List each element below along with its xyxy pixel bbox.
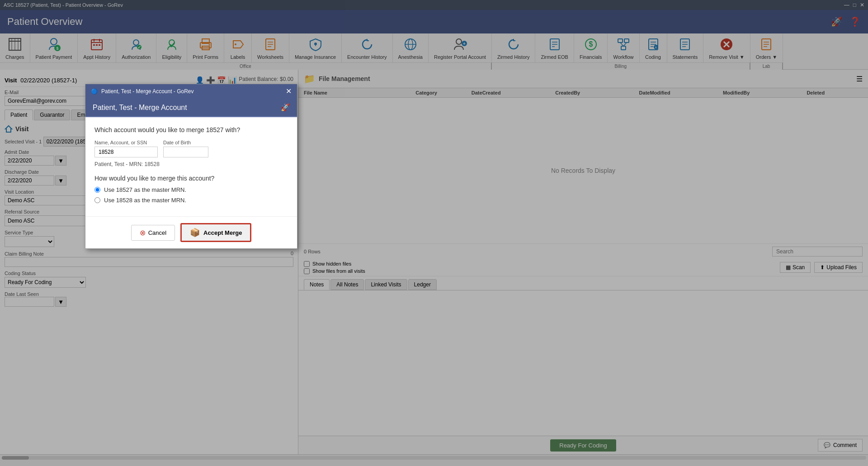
modal-search-fields: Name, Account, or SSN Date of Birth — [94, 140, 288, 157]
modal-footer: ⊗ Cancel 📦 Accept Merge — [85, 216, 297, 248]
modal-question2: How would you like to merge this account… — [94, 175, 288, 182]
modal-header: Patient, Test - Merge Account 🚀 — [85, 99, 297, 117]
radio-master2[interactable] — [94, 197, 100, 203]
cancel-label: Cancel — [148, 229, 166, 236]
dob-label: Date of Birth — [163, 140, 208, 145]
modal-resolved-text: Patient, Test - MRN: 18528 — [94, 161, 288, 167]
radio-master2-label[interactable]: Use 18528 as the master MRN. — [104, 197, 186, 204]
dob-input[interactable] — [163, 147, 208, 157]
modal-title: Patient, Test - Merge Account — [93, 104, 187, 112]
modal-overlay: 🔵 Patient, Test - Merge Account - GoRev … — [0, 0, 868, 466]
radio-master1-label[interactable]: Use 18527 as the master MRN. — [104, 186, 186, 193]
accept-label: Accept Merge — [203, 229, 242, 236]
name-ssn-label: Name, Account, or SSN — [94, 140, 158, 145]
dob-field: Date of Birth — [163, 140, 208, 157]
modal-titlebar-text: Patient, Test - Merge Account - GoRev — [101, 88, 194, 95]
modal-header-icon: 🚀 — [281, 103, 290, 112]
accept-icon: 📦 — [190, 228, 200, 238]
modal-titlebar: 🔵 Patient, Test - Merge Account - GoRev … — [85, 84, 297, 99]
modal-question1: Which account would you like to merge 18… — [94, 126, 288, 133]
radio-master-1: Use 18527 as the master MRN. — [94, 186, 288, 193]
name-ssn-input[interactable] — [94, 147, 158, 157]
modal-titlebar-icon: 🔵 — [91, 88, 98, 95]
accept-merge-button[interactable]: 📦 Accept Merge — [180, 223, 251, 242]
modal-close-button[interactable]: ✕ — [286, 88, 292, 95]
radio-master-2: Use 18528 as the master MRN. — [94, 197, 288, 204]
modal-body: Which account would you like to merge 18… — [85, 117, 297, 216]
cancel-button[interactable]: ⊗ Cancel — [131, 225, 175, 241]
merge-account-modal: 🔵 Patient, Test - Merge Account - GoRev … — [85, 84, 297, 249]
cancel-icon: ⊗ — [140, 228, 146, 237]
name-ssn-field: Name, Account, or SSN — [94, 140, 158, 157]
radio-master1[interactable] — [94, 187, 100, 193]
